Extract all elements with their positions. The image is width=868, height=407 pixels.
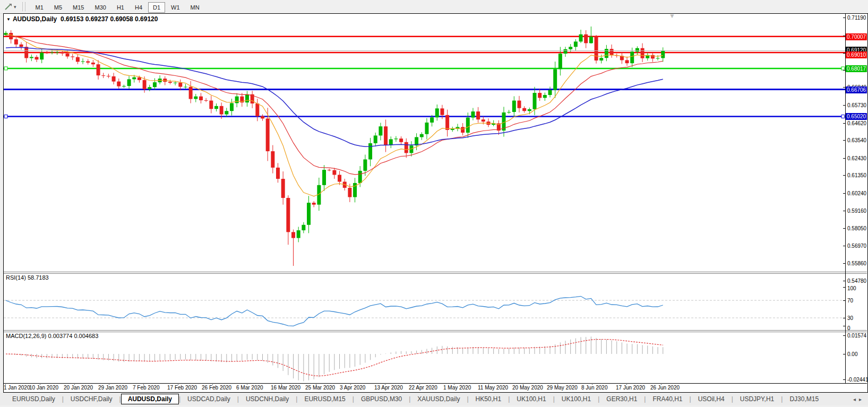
date-label: 17 Feb 2020 <box>167 385 197 391</box>
date-label: 16 Mar 2020 <box>271 385 300 391</box>
price-tick-mark <box>843 158 845 159</box>
rsi-tick-mark <box>843 287 845 288</box>
rsi-label: RSI(14) 58.7183 <box>6 274 49 281</box>
chart-tab-xauusd-daily[interactable]: XAUUSD,Daily <box>410 394 467 404</box>
date-label: 6 Mar 2020 <box>236 385 263 391</box>
price-tick-mark <box>843 123 845 124</box>
timeframe-button-m1[interactable]: M1 <box>31 2 48 13</box>
date-label: 1 Jan 2020 <box>4 385 30 391</box>
chart-tab-usdjpy-h1[interactable]: USDJPY,H1 <box>733 394 781 404</box>
timeframe-button-m15[interactable]: M15 <box>68 2 89 13</box>
timeframe-button-m30[interactable]: M30 <box>90 2 111 13</box>
macd-tick-label: -0.02441 <box>847 377 868 383</box>
price-tick-mark <box>843 211 845 211</box>
chart-tabs-bar: EURUSD,Daily|USDCHF,Daily|AUDUSD,Daily|U… <box>0 393 868 405</box>
date-label: 25 Mar 2020 <box>305 385 335 391</box>
collapse-arrow-icon[interactable]: ▼ <box>6 17 11 22</box>
chart-tab-dj30-m15[interactable]: DJ30,M15 <box>783 394 826 404</box>
tabs-scroll-right-icon[interactable]: ▸ <box>859 396 865 402</box>
hline-price-label[interactable]: 0.69010 <box>846 51 867 58</box>
rsi-tick-mark <box>843 318 845 318</box>
price-tick-mark <box>843 175 845 176</box>
chart-tab-audusd-daily[interactable]: AUDUSD,Daily <box>121 394 179 404</box>
time-axis-line <box>4 383 867 384</box>
date-label: 7 Feb 2020 <box>133 385 160 391</box>
chart-tab-usoil-h4[interactable]: USOil,H4 <box>691 394 732 404</box>
price-tick-label: 0.55860 <box>847 261 866 266</box>
tabs-scroll-left-icon[interactable]: ◂ <box>853 396 859 402</box>
chart-title: AUDUSD,Daily <box>13 15 57 23</box>
chart-shift-marker[interactable]: ▼ <box>669 12 675 20</box>
chart-tab-usdcnh-daily[interactable]: USDCNH,Daily <box>239 394 296 404</box>
price-tick-mark <box>843 87 845 88</box>
chart-tab-hk50-h1[interactable]: HK50,H1 <box>469 394 509 404</box>
date-label: 29 May 2020 <box>547 385 578 391</box>
chart-tab-uk100-h1[interactable]: UK100,H1 <box>555 394 598 404</box>
macd-tick-mark <box>843 335 845 336</box>
rsi-tick-label: 70 <box>847 298 853 304</box>
chart-header: ▼AUDUSD,Daily 0.69153 0.69237 0.69058 0.… <box>6 15 158 23</box>
rsi-pane[interactable] <box>4 274 845 330</box>
date-label: 20 May 2020 <box>512 385 543 391</box>
price-tick-mark <box>843 281 845 281</box>
price-tick-label: 0.54780 <box>847 278 866 284</box>
chart-tab-uk100-h1[interactable]: UK100,H1 <box>510 394 553 404</box>
date-label: 10 Jan 2020 <box>29 385 58 391</box>
hline-price-label[interactable]: 0.66706 <box>846 86 867 93</box>
price-tick-mark <box>843 18 845 18</box>
timeframe-button-d1[interactable]: D1 <box>148 2 165 13</box>
medium-ma-line[interactable] <box>6 36 663 175</box>
rsi-tick-label: 30 <box>847 315 853 321</box>
chart-tab-usdcad-daily[interactable]: USDCAD,Daily <box>181 394 237 404</box>
chart-tab-fra40-h1[interactable]: FRA40,H1 <box>646 394 689 404</box>
price-tick-label: 0.61350 <box>847 172 866 178</box>
date-label: 13 Apr 2020 <box>374 385 403 391</box>
hline-price-label[interactable]: 0.65020 <box>846 113 867 120</box>
timeframe-buttons: M1M5M15M30H1H4D1W1MN <box>30 2 205 12</box>
chart-tab-eurusd-m15[interactable]: EURUSD,M15 <box>297 394 352 404</box>
macd-pane[interactable] <box>4 332 845 383</box>
price-tick-mark <box>843 193 845 194</box>
price-tick-mark <box>843 228 845 229</box>
toolbar-grip[interactable] <box>22 2 25 11</box>
price-chart-pane[interactable] <box>4 14 845 272</box>
rsi-tick-label: 100 <box>847 285 856 291</box>
cursor-tool-glyph <box>4 3 13 11</box>
chart-tab-gbpusd-m30[interactable]: GBPUSD,M30 <box>354 394 409 404</box>
timeframe-button-mn[interactable]: MN <box>186 2 204 13</box>
hline-handle[interactable] <box>4 115 7 118</box>
timeframe-button-h4[interactable]: H4 <box>130 2 147 13</box>
chart-tab-ger30-h1[interactable]: GER30,H1 <box>599 394 644 404</box>
chart-tabs: EURUSD,Daily|USDCHF,Daily|AUDUSD,Daily|U… <box>5 394 853 404</box>
hline-price-label[interactable]: 0.70007 <box>846 33 867 40</box>
timeframe-toolbar: ▾ M1M5M15M30H1H4D1W1MN <box>0 0 868 14</box>
rsi-tick-mark <box>843 300 845 301</box>
terminal-window: ▾ M1M5M15M30H1H4D1W1MN ▼AUDUSD,Daily 0.6… <box>0 0 868 407</box>
time-axis[interactable]: 1 Jan 202010 Jan 202020 Jan 202029 Jan 2… <box>4 384 845 391</box>
timeframe-button-m5[interactable]: M5 <box>49 2 67 13</box>
timeframe-button-w1[interactable]: W1 <box>166 2 185 13</box>
chevron-down-icon[interactable]: ▾ <box>14 4 16 10</box>
hline-handle[interactable] <box>841 115 845 118</box>
price-tick-mark <box>843 36 845 36</box>
price-tick-label: 0.63540 <box>847 137 866 143</box>
price-tick-label: 0.71190 <box>847 15 866 21</box>
price-axis[interactable]: 0.711900.700800.689700.679200.668400.657… <box>846 14 867 384</box>
date-label: 8 Jun 2020 <box>581 385 608 391</box>
date-label: 22 Apr 2020 <box>409 385 437 391</box>
timeframe-button-h1[interactable]: H1 <box>112 2 129 13</box>
price-tick-label: 0.59160 <box>847 208 866 214</box>
price-tick-mark <box>843 263 845 264</box>
date-label: 20 Jan 2020 <box>64 385 93 391</box>
date-label: 26 Jun 2020 <box>650 385 680 391</box>
slow-ma-line[interactable] <box>6 47 663 146</box>
hline-price-label[interactable]: 0.68017 <box>846 65 867 72</box>
price-tick-mark <box>843 70 845 71</box>
macd-tick-mark <box>843 379 845 380</box>
chart-tab-eurusd-daily[interactable]: EURUSD,Daily <box>5 394 62 404</box>
chart-tab-usdchf-daily[interactable]: USDCHF,Daily <box>64 394 119 404</box>
price-tick-label: 0.58050 <box>847 226 866 231</box>
hline-handle[interactable] <box>4 67 7 70</box>
cursor-tool-icon[interactable] <box>4 3 13 11</box>
chart-ohlc: 0.69153 0.69237 0.69058 0.69120 <box>61 15 158 23</box>
